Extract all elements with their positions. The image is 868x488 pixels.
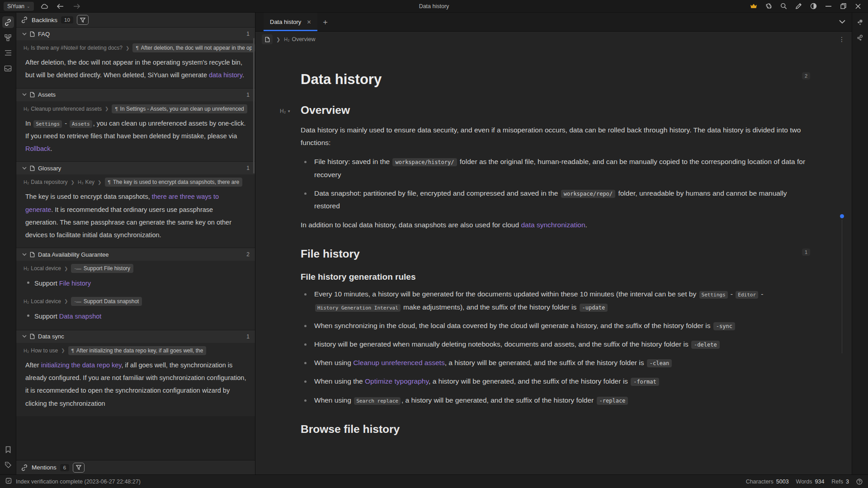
backlinks-title: Backlinks bbox=[32, 17, 57, 23]
chevron-right-icon: ❯ bbox=[126, 46, 129, 51]
backlink-block[interactable]: The key is used to encrypt data snapshot… bbox=[16, 189, 255, 245]
block-type-tag: ·— bbox=[74, 266, 81, 271]
dock-inbox-icon[interactable] bbox=[2, 62, 14, 74]
text-span: File history: saved in the bbox=[314, 158, 392, 165]
inline-link[interactable]: initializing the data repo key bbox=[41, 361, 122, 369]
block-backlink-count[interactable]: 2 bbox=[802, 72, 810, 80]
heading-file-history[interactable]: File history1 bbox=[301, 248, 809, 260]
text-span: The key is used to encrypt data snapshot… bbox=[25, 193, 152, 200]
dock-global-graph-icon[interactable] bbox=[854, 32, 866, 43]
dock-bookmark-icon[interactable] bbox=[2, 444, 14, 455]
heading-browse-file-history[interactable]: Browse file history bbox=[301, 423, 809, 436]
code-span: -replace bbox=[597, 397, 628, 405]
inline-link[interactable]: Cleanup unreferenced assets bbox=[353, 359, 445, 366]
block-backlink-count[interactable]: 1 bbox=[802, 249, 810, 256]
backlink-breadcrumb: H₂Local device❯·—Support Data snapshot bbox=[16, 295, 255, 308]
backlink-section-header-data-sync[interactable]: Data sync1 bbox=[16, 330, 255, 343]
breadcrumb-chip[interactable]: ·—Support Data snapshot bbox=[71, 297, 142, 306]
dock-backlinks-icon[interactable] bbox=[2, 16, 14, 28]
backlink-block[interactable]: After initializing the data repo key, if… bbox=[16, 357, 255, 413]
breadcrumb-chip[interactable]: ¶After deletion, the doc will not appear… bbox=[132, 43, 255, 52]
tab-data-history[interactable]: Data history ✕ bbox=[264, 13, 317, 31]
backlink-block[interactable]: Support Data snapshot bbox=[16, 308, 255, 327]
breadcrumb-more-icon[interactable]: ⋮ bbox=[839, 36, 845, 43]
breadcrumb-chip[interactable]: ¶The key is used to encrypt data snapsho… bbox=[105, 178, 243, 187]
inline-link[interactable]: Optimize typography bbox=[365, 377, 429, 385]
inline-link[interactable]: data history bbox=[209, 71, 242, 79]
search-icon[interactable] bbox=[778, 1, 789, 11]
edit-mode-icon[interactable] bbox=[793, 1, 804, 11]
breadcrumb-item[interactable]: H₂Is there any #Note# for deleting docs? bbox=[24, 45, 123, 51]
text-span: , a history will be generated, and the s… bbox=[401, 396, 596, 404]
backlink-section-header-faq[interactable]: FAQ1 bbox=[16, 27, 255, 40]
panel-scrollbar[interactable] bbox=[253, 38, 255, 174]
heading-overview[interactable]: H₂▼Overview bbox=[301, 104, 809, 117]
window-restore-button[interactable] bbox=[838, 1, 849, 11]
list-item-block[interactable]: History will be generated when manually … bbox=[301, 338, 809, 351]
list-item-block[interactable]: When synchronizing in the cloud, the loc… bbox=[301, 319, 809, 332]
breadcrumb-item-overview[interactable]: H₂ Overview bbox=[284, 36, 315, 42]
document-title[interactable]: Data history 2 bbox=[301, 71, 809, 88]
dock-outline-icon[interactable] bbox=[2, 47, 14, 59]
inline-link[interactable]: Rollback bbox=[25, 145, 51, 152]
text-span: . It is recommended that ordinary users … bbox=[25, 206, 231, 239]
new-tab-button[interactable]: ＋ bbox=[317, 13, 333, 31]
heading-file-history-generation-rules[interactable]: File history generation rules bbox=[301, 272, 809, 282]
breadcrumb-chip[interactable]: ¶In Settings - Assets, you can clean up … bbox=[112, 104, 247, 113]
backlink-block[interactable]: In Settings - Assets, you can clean up u… bbox=[16, 116, 255, 159]
inline-link[interactable]: Data snapshot bbox=[59, 313, 102, 320]
document-icon bbox=[30, 92, 35, 98]
list-item-block[interactable]: File history: saved in the workspace/his… bbox=[301, 155, 809, 181]
breadcrumb-item[interactable]: H₂How to use bbox=[24, 347, 58, 354]
list-item-block[interactable]: When using Search replace, a history wil… bbox=[301, 394, 809, 407]
window-minimize-button[interactable] bbox=[823, 1, 834, 11]
breadcrumb-item[interactable]: H₂Cleanup unreferenced assets bbox=[24, 106, 102, 112]
nav-back-icon[interactable] bbox=[55, 1, 66, 11]
backlinks-panel: Backlinks 10 FAQ1H₂Is there any #Note# f… bbox=[16, 13, 255, 474]
dock-graph-view-icon[interactable] bbox=[854, 16, 866, 28]
paragraph-block[interactable]: In addition to local data history, data … bbox=[301, 219, 809, 231]
status-message: Index verification complete (2023-06-27 … bbox=[16, 479, 141, 485]
cloud-sync-icon[interactable] bbox=[38, 1, 50, 11]
heading-gutter[interactable]: H₂▼ bbox=[280, 108, 291, 114]
help-icon[interactable] bbox=[856, 479, 863, 485]
backlink-section-header-glossary[interactable]: Glossary1 bbox=[16, 161, 255, 174]
mentions-filter-button[interactable] bbox=[73, 463, 85, 473]
theme-appearance-icon[interactable] bbox=[808, 1, 819, 11]
scroll-position-dot[interactable] bbox=[840, 214, 844, 218]
membership-crown-icon[interactable] bbox=[748, 1, 759, 11]
backlink-section-header-assets[interactable]: Assets1 bbox=[16, 88, 255, 101]
text-span: Support bbox=[34, 313, 59, 320]
list-item-block[interactable]: Every 10 minutes, a history will be gene… bbox=[301, 288, 809, 313]
mentions-header[interactable]: Mentions 6 bbox=[16, 460, 255, 474]
tab-close-icon[interactable]: ✕ bbox=[307, 19, 311, 25]
backlinks-filter-button[interactable] bbox=[77, 15, 89, 25]
breadcrumb-chip[interactable]: ·—Support File history bbox=[71, 264, 133, 273]
dock-tag-icon[interactable] bbox=[2, 459, 14, 471]
paragraph-block[interactable]: Data history is mainly used to ensure da… bbox=[301, 124, 809, 149]
backlink-section-header-data-availability-guarantee[interactable]: Data Availability Guarantee2 bbox=[16, 248, 255, 261]
chevron-down-icon bbox=[22, 93, 27, 96]
inline-link[interactable]: File history bbox=[59, 280, 91, 287]
breadcrumb-chip[interactable]: ¶After initializing the data repo key, i… bbox=[68, 346, 207, 355]
plugins-icon[interactable] bbox=[763, 1, 774, 11]
backlink-block[interactable]: Support File history bbox=[16, 275, 255, 294]
window-close-button[interactable] bbox=[853, 1, 863, 11]
breadcrumb-item[interactable]: H₂Local device bbox=[24, 265, 61, 272]
inline-link[interactable]: data synchronization bbox=[521, 221, 585, 229]
breadcrumb-item[interactable]: H₂Local device bbox=[24, 298, 61, 305]
breadcrumb-item[interactable]: H₂Data repository bbox=[24, 179, 68, 185]
nav-forward-icon[interactable] bbox=[71, 1, 83, 11]
document-scroll-area[interactable]: Data history 2 H₂▼OverviewData history i… bbox=[255, 47, 852, 474]
backlink-block[interactable]: After deletion, the doc will not appear … bbox=[16, 55, 255, 85]
breadcrumb-doc-icon[interactable] bbox=[262, 34, 273, 44]
text-span: When using the bbox=[314, 377, 365, 385]
list-item-block[interactable]: Data snapshot: partitioned by file, encr… bbox=[301, 187, 809, 212]
breadcrumb-item[interactable]: H₃Key bbox=[78, 179, 94, 185]
tab-list-chevron-icon[interactable] bbox=[839, 13, 845, 31]
list-item-block[interactable]: When using the Optimize typography, a hi… bbox=[301, 375, 809, 388]
list-item-block[interactable]: When using Cleanup unreferenced assets, … bbox=[301, 357, 809, 369]
document-icon bbox=[30, 31, 35, 37]
app-menu-button[interactable]: SiYuan ⌄ bbox=[4, 2, 34, 11]
dock-graph-icon[interactable] bbox=[2, 32, 14, 43]
